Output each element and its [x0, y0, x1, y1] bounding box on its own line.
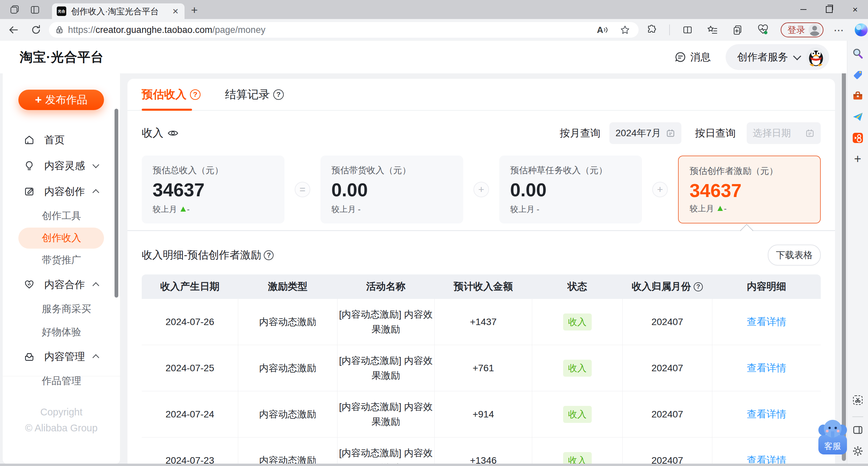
minimize-button[interactable] [791, 0, 816, 19]
help-icon[interactable]: ? [264, 250, 274, 260]
window-bottom-frame [0, 464, 868, 466]
income-detail-table: 收入产生日期激励类型活动名称预计收入金额状态收入归属月份?内容明细 2024-0… [142, 274, 821, 466]
tab-close-icon[interactable]: × [171, 6, 180, 16]
cell-incentive-type: 内容动态激励 [238, 345, 337, 391]
split-screen-icon[interactable] [680, 22, 695, 37]
sidebar-subitem-服务商采买[interactable]: 服务商采买 [3, 298, 120, 321]
operator-plus-icon: + [473, 182, 489, 197]
active-tab-underline [142, 109, 192, 111]
stat-card-label: 预估带货收入（元） [331, 164, 452, 176]
messages-button[interactable]: 消息 [675, 50, 711, 64]
cell-amount: +761 [434, 345, 532, 391]
sidebar-search-icon[interactable] [852, 48, 864, 60]
table-row: 2024-07-26内容动态激励[内容动态激励] 内容效果激励+1437收入20… [142, 299, 821, 345]
month-picker[interactable]: 2024年7月 [609, 122, 681, 144]
stat-card-3[interactable]: 预估种草任务收入（元）0.00较上月- [499, 156, 642, 223]
web-capture-icon[interactable] [852, 394, 864, 406]
read-aloud-icon[interactable]: A [597, 25, 609, 35]
browser-essentials-icon[interactable] [756, 22, 770, 37]
cell-status: 收入 [532, 391, 623, 437]
sidebar-toggle-icon[interactable] [852, 424, 864, 436]
cell-month: 202407 [623, 299, 712, 345]
sidebar-subitem-好物体验[interactable]: 好物体验 [3, 321, 120, 344]
sidebar-kuaishou-icon[interactable] [852, 132, 864, 144]
back-icon[interactable] [6, 22, 21, 37]
sidebar-item-label: 内容灵感 [44, 159, 85, 173]
browser-window: 光合 创作收入·淘宝光合平台 × + × https://creator.gu [0, 0, 868, 466]
copilot-icon[interactable] [855, 23, 868, 36]
sidebar-item-内容创作[interactable]: 内容创作 [3, 179, 120, 204]
customer-service-label: 客服 [824, 441, 841, 452]
sidebar-subitem-创作收入[interactable]: 创作收入 [18, 228, 104, 249]
tab-settlement-records[interactable]: 结算记录 ? [225, 87, 284, 102]
customer-service-widget[interactable]: 客服 [817, 418, 848, 455]
site-logo[interactable]: 淘宝·光合平台 [20, 49, 104, 66]
cell-date-text: 2024-07-25 [142, 363, 238, 374]
chevron-up-icon [92, 189, 99, 196]
sidebar-tools-icon[interactable] [852, 90, 864, 102]
user-avatar[interactable] [806, 47, 826, 67]
stat-card-1[interactable]: 预估总收入（元）34637较上月- [142, 156, 284, 223]
publish-work-button[interactable]: + 发布作品 [18, 90, 104, 110]
sidebar-item-内容管理[interactable]: 内容管理 [3, 344, 120, 370]
url-text[interactable]: https://creator.guanghe.taobao.com/page/… [68, 25, 597, 35]
address-bar[interactable]: https://creator.guanghe.taobao.com/page/… [49, 22, 639, 38]
refresh-icon[interactable] [29, 22, 44, 37]
close-button[interactable]: × [842, 0, 868, 19]
help-icon[interactable]: ? [190, 89, 201, 100]
download-table-button[interactable]: 下载表格 [768, 245, 821, 266]
view-details-link-text[interactable]: 查看详情 [747, 409, 786, 419]
workspaces-icon[interactable] [10, 5, 20, 15]
site-header: 淘宝·光合平台 消息 创作者服务 [0, 41, 847, 73]
toolbar-divider [669, 24, 670, 35]
cell-month: 202407 [623, 391, 712, 437]
collections-icon[interactable] [730, 22, 745, 37]
sidebar-messenger-icon[interactable] [852, 111, 864, 123]
tab-actions-icon[interactable] [30, 5, 40, 15]
url-path: /page/money [212, 25, 265, 35]
cell-date: 2024-07-24 [142, 391, 238, 437]
sidebar-item-label: 内容创作 [44, 185, 85, 199]
sidebar-item-内容灵感[interactable]: 内容灵感 [3, 153, 120, 179]
sidebar-item-label: 内容管理 [44, 350, 85, 364]
cell-date-text: 2024-07-24 [142, 409, 238, 420]
sidebar-settings-icon[interactable] [852, 445, 864, 457]
chevron-up-icon [92, 282, 99, 289]
sidebar-item-首页[interactable]: 首页 [3, 127, 120, 153]
cell-status: 收入 [532, 437, 623, 466]
day-picker[interactable]: 选择日期 [747, 122, 821, 144]
detail-section-title: 收入明细-预估创作者激励 ? [142, 248, 274, 262]
sidebar-shopping-icon[interactable] [852, 69, 864, 81]
settings-more-icon[interactable]: ⋯ [834, 24, 845, 36]
active-tab[interactable]: 光合 创作收入·淘宝光合平台 × [52, 3, 185, 19]
column-header-活动名称: 活动名称 [337, 274, 434, 299]
help-icon[interactable]: ? [273, 89, 284, 100]
column-header-激励类型: 激励类型 [238, 274, 337, 299]
favorite-star-icon[interactable] [618, 22, 632, 37]
page-scrollbar[interactable] [842, 63, 846, 461]
favorites-list-icon[interactable] [705, 22, 720, 37]
copyright-owner: © Alibaba Group [25, 423, 98, 434]
creator-service-menu[interactable]: 创作者服务 [726, 44, 829, 70]
help-icon[interactable]: ? [694, 282, 703, 291]
login-button[interactable]: 登录 [781, 22, 823, 37]
eye-visibility-icon[interactable] [168, 129, 178, 137]
sidebar-add-icon[interactable]: + [852, 153, 864, 165]
view-details-link-text[interactable]: 查看详情 [747, 316, 786, 327]
stat-card-4[interactable]: 预估创作者激励（元）34637较上月- [678, 156, 821, 223]
new-tab-button[interactable]: + [191, 4, 198, 16]
view-details-link: 查看详情 [712, 299, 821, 345]
tab-estimated-income[interactable]: 预估收入 ? [142, 87, 201, 102]
minimize-icon [800, 9, 806, 10]
sidebar-item-内容合作[interactable]: 内容合作 [3, 272, 120, 298]
sidebar-subitem-带货推广[interactable]: 带货推广 [3, 249, 120, 272]
stat-card-2[interactable]: 预估带货收入（元）0.00较上月- [320, 156, 463, 223]
sidebar-scrollbar[interactable] [115, 109, 118, 298]
restore-button[interactable] [816, 0, 842, 19]
stat-cards-row: 预估总收入（元）34637较上月-=预估带货收入（元）0.00较上月-+预估种草… [142, 156, 821, 223]
plus-icon: + [35, 94, 42, 105]
extensions-icon[interactable] [644, 22, 659, 37]
stat-card-compare: 较上月- [690, 203, 809, 214]
sidebar-subitem-创作工具[interactable]: 创作工具 [3, 204, 120, 228]
view-details-link-text[interactable]: 查看详情 [747, 362, 786, 373]
